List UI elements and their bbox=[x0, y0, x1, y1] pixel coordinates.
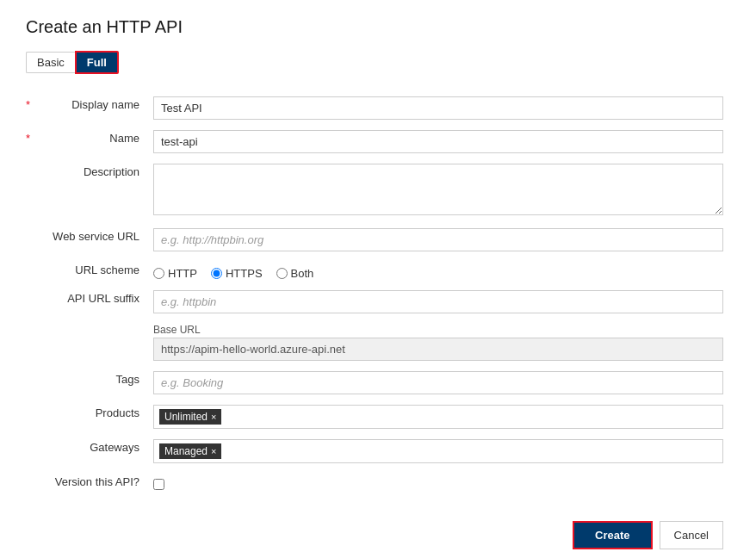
tags-label: Tags bbox=[116, 373, 139, 386]
url-scheme-both-radio[interactable] bbox=[276, 268, 288, 279]
products-tag-unlimited-text: Unlimited bbox=[164, 411, 208, 423]
products-container[interactable]: Unlimited × bbox=[153, 405, 723, 429]
url-scheme-http-label[interactable]: HTTP bbox=[153, 267, 197, 280]
name-label: Name bbox=[109, 132, 139, 145]
web-service-url-label: Web service URL bbox=[53, 230, 139, 243]
display-name-input[interactable] bbox=[153, 96, 723, 120]
description-textarea[interactable] bbox=[153, 164, 723, 215]
url-scheme-https-radio[interactable] bbox=[211, 268, 222, 279]
url-scheme-http-radio[interactable] bbox=[153, 268, 164, 279]
gateways-tag-managed-text: Managed bbox=[164, 445, 208, 457]
base-url-label: Base URL bbox=[153, 324, 723, 336]
products-tag-unlimited: Unlimited × bbox=[159, 409, 221, 425]
cancel-button[interactable]: Cancel bbox=[660, 521, 723, 549]
mode-toggle: Basic Full bbox=[26, 51, 730, 74]
url-scheme-label: URL scheme bbox=[75, 264, 139, 276]
url-scheme-both-text: Both bbox=[291, 267, 314, 280]
products-label: Products bbox=[96, 406, 139, 419]
tags-input[interactable] bbox=[153, 371, 723, 394]
basic-mode-button[interactable]: Basic bbox=[26, 52, 75, 73]
products-tag-unlimited-remove[interactable]: × bbox=[211, 412, 216, 422]
base-url-value: https://apim-hello-world.azure-api.net bbox=[153, 338, 723, 361]
gateways-tag-managed-remove[interactable]: × bbox=[211, 447, 216, 456]
version-label: Version this API? bbox=[55, 475, 139, 488]
full-mode-button[interactable]: Full bbox=[75, 51, 119, 74]
description-label: Description bbox=[84, 165, 139, 178]
display-name-label: Display name bbox=[71, 98, 139, 111]
create-api-form: * Display name * Name Description bbox=[26, 91, 730, 495]
gateways-label: Gateways bbox=[90, 441, 139, 454]
url-scheme-https-text: HTTPS bbox=[226, 267, 263, 280]
api-url-suffix-label: API URL suffix bbox=[67, 292, 139, 305]
url-scheme-http-text: HTTP bbox=[168, 267, 197, 280]
page-title: Create an HTTP API bbox=[26, 17, 730, 37]
gateways-container[interactable]: Managed × bbox=[153, 439, 723, 463]
required-star-name: * bbox=[26, 132, 30, 145]
create-button[interactable]: Create bbox=[573, 521, 652, 549]
web-service-url-input[interactable] bbox=[153, 228, 723, 251]
api-url-suffix-input[interactable] bbox=[153, 290, 723, 313]
version-checkbox[interactable] bbox=[153, 479, 164, 490]
form-actions: Create Cancel bbox=[26, 521, 730, 549]
url-scheme-https-label[interactable]: HTTPS bbox=[211, 267, 263, 280]
url-scheme-group: HTTP HTTPS Both bbox=[153, 262, 723, 280]
url-scheme-both-label[interactable]: Both bbox=[276, 267, 314, 280]
gateways-tag-managed: Managed × bbox=[159, 443, 221, 459]
required-star-display: * bbox=[26, 98, 30, 111]
name-input[interactable] bbox=[153, 130, 723, 153]
